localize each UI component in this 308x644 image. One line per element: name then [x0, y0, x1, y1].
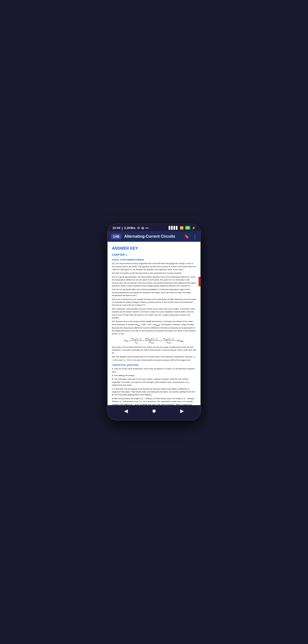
item-1-9: 1.9. The radiated heat is proportional t… [112, 356, 196, 362]
bottom-nav: ◀ ⏺ ▶ [108, 405, 200, 418]
item-1-8: 1.8. Using a fan increases the flow of a… [112, 346, 196, 355]
time-display: 15:04 [112, 226, 120, 230]
dots-icon: ••• [145, 226, 149, 230]
red-bookmark [199, 277, 200, 286]
cq-3: 3. The reading will change. [112, 374, 196, 377]
bookmark-button[interactable]: 🔖 [184, 234, 189, 239]
content-area[interactable]: ANSWER KEY CHAPTER 1 CHECK YOUR UNDERSTA… [108, 242, 200, 405]
check-your-understanding-heading: CHECK YOUR UNDERSTANDING [112, 258, 196, 262]
item-1-2: 1.2. Not necessarily, as the thermal str… [112, 272, 196, 275]
forward-button[interactable]: ▶ [180, 408, 184, 414]
network-speed: | [122, 226, 123, 230]
cq-7: 7. In principle, the lid expands more th… [112, 388, 196, 396]
formula-1-7: Pfina = kAfina(Th−Tc)dfina = k(4Afina)(T… [112, 338, 196, 344]
item-1-5: 1.5. Snow is formed from ice crystals an… [112, 298, 196, 307]
top-bar: 1/46 Alternating-Current Circuits 🔖 ⋮ [108, 231, 200, 242]
back-button[interactable]: ◀ [124, 408, 128, 414]
item-1-7: 1.7. Because area is the product of two … [112, 320, 196, 335]
top-icons: 🔖 ⋮ [184, 234, 197, 239]
wifi-icon: 🛜 [180, 226, 184, 230]
cq-1: 1. They are at the same temperature, and… [112, 368, 196, 374]
status-icon-1: ⊙ [137, 226, 140, 230]
signal-icon: ▋▋▋▋ [169, 226, 178, 230]
item-1-4: 1.4. The ice and liquid water are in the… [112, 288, 196, 297]
page-badge[interactable]: 1/46 [111, 234, 121, 239]
item-1-6: 1.6. Conduction: Heat transfers into you… [112, 308, 196, 320]
status-bar: 15:04 | 2.2KB/s ⊙ ◎ ••• ▋▋▋▋ 🛜 86 ⚡ [108, 224, 200, 231]
item-1-3: 1.3. To a good approximation, the heat t… [112, 276, 196, 288]
more-options-button[interactable]: ⋮ [193, 234, 197, 239]
phone-frame: 15:04 | 2.2KB/s ⊙ ◎ ••• ▋▋▋▋ 🛜 86 ⚡ 1/46… [107, 224, 201, 420]
status-left: 15:04 | 2.2KB/s ⊙ ◎ ••• [112, 226, 148, 230]
home-button[interactable]: ⏺ [151, 408, 157, 414]
item-1-1: 1.1. The actual amount (mass) of gasolin… [112, 262, 196, 271]
cq-5: 5. The cold water cools part of the inne… [112, 378, 196, 387]
battery-display: 86 [185, 226, 190, 230]
book-title: Alternating-Current Circuits [124, 234, 181, 238]
status-right: ▋▋▋▋ 🛜 86 ⚡ [169, 226, 196, 230]
cq-9: 9. After being heated, the length is (1 … [112, 397, 196, 405]
status-icon-2: ◎ [141, 226, 144, 230]
charging-icon: ⚡ [192, 226, 196, 230]
conceptual-heading: CONCEPTUAL QUESTIONS [112, 364, 196, 367]
chapter-title: CHAPTER 1 [112, 253, 196, 257]
network-speed-value: 2.2KB/s [124, 226, 136, 230]
answer-key-title: ANSWER KEY [112, 246, 196, 251]
